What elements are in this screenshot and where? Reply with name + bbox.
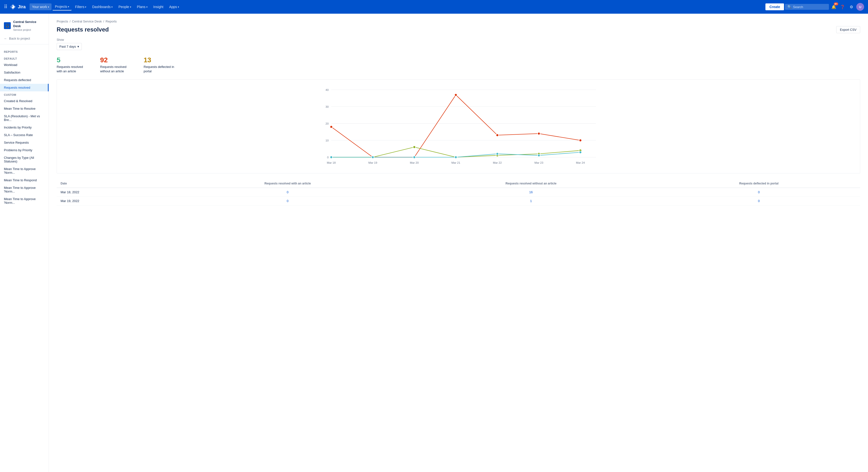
breadcrumb-reports: Reports (105, 20, 117, 23)
sidebar-item-created-resolved[interactable]: Created & Resolved (0, 97, 49, 105)
svg-text:Mar 18: Mar 18 (327, 161, 336, 164)
breadcrumb-separator: / (70, 20, 70, 23)
breadcrumb-separator-2: / (103, 20, 104, 23)
nav-apps[interactable]: Apps ▾ (167, 3, 182, 10)
sidebar-item-problems-priority[interactable]: Problems by Priority (0, 146, 49, 154)
avatar[interactable]: U (856, 3, 864, 11)
jira-logo[interactable]: Jira (9, 3, 26, 10)
svg-text:30: 30 (326, 105, 329, 108)
nav-filters[interactable]: Filters ▾ (72, 3, 89, 10)
cell-date-2: Mar 19, 2022 (57, 197, 171, 205)
chevron-down-icon: ▾ (48, 6, 49, 8)
chevron-down-icon: ▾ (78, 45, 79, 48)
stat-deflected-portal: 13 Requests deflected in portal (144, 56, 175, 73)
table-row: Mar 19, 2022 0 1 0 (57, 197, 860, 205)
sidebar-item-incidents-priority[interactable]: Incidents by Priority (0, 124, 49, 131)
notifications-button[interactable]: 🔔 9+ (830, 3, 838, 11)
sidebar-item-requests-resolved[interactable]: Requests resolved (0, 84, 49, 91)
grid-icon[interactable]: ⠿ (4, 4, 7, 10)
nav-dashboards[interactable]: Dashboards ▾ (90, 3, 115, 10)
settings-button[interactable]: ⚙ (847, 3, 855, 11)
main-content: Projects / Central Service Desk / Report… (49, 14, 868, 472)
stats-row: 5 Requests resolved with an article 92 R… (57, 56, 860, 73)
svg-point-26 (413, 146, 416, 149)
project-name: Central Service Desk (13, 20, 45, 28)
back-to-project-button[interactable]: ← Back to project (0, 35, 49, 42)
sidebar-item-mean-time-respond[interactable]: Mean Time to Respond (0, 176, 49, 184)
chart-container: 40 30 20 10 0 Mar 18 Mar 19 Mar 20 Mar 2… (57, 80, 860, 173)
chevron-down-icon: ▾ (178, 6, 179, 8)
col-resolved-with-article: Requests resolved with an article (171, 179, 404, 188)
page-header: Requests resolved Export CSV (57, 26, 860, 33)
cell-col1-2: 0 (171, 197, 404, 205)
stat-number-1: 5 (57, 56, 88, 64)
col-date: Date (57, 179, 171, 188)
svg-point-36 (537, 154, 540, 157)
time-filter-dropdown[interactable]: Past 7 days ▾ (57, 43, 82, 50)
export-csv-button[interactable]: Export CSV (836, 26, 860, 33)
sidebar-item-sla-success[interactable]: SLA – Success Rate (0, 131, 49, 139)
breadcrumb-central-service-desk[interactable]: Central Service Desk (72, 20, 102, 23)
svg-text:Mar 21: Mar 21 (451, 161, 460, 164)
svg-text:20: 20 (326, 122, 329, 125)
stat-resolved-with-article: 5 Requests resolved with an article (57, 56, 88, 73)
sidebar-item-mean-time-approve-1[interactable]: Mean Time to Approve 'Norm... (0, 165, 49, 176)
breadcrumb-projects[interactable]: Projects (57, 20, 68, 23)
create-button[interactable]: Create (766, 3, 784, 10)
col-resolved-without-article: Requests resolved without an article (404, 179, 658, 188)
table-row: Mar 18, 2022 0 16 0 (57, 188, 860, 197)
top-navigation: ⠿ Jira Your work ▾ Projects ▾ Filters ▾ … (0, 0, 868, 14)
back-icon: ← (4, 37, 7, 40)
default-section-header: DEFAULT (0, 55, 49, 61)
stat-number-2: 92 (100, 56, 132, 64)
chevron-down-icon: ▾ (130, 6, 131, 8)
sidebar-item-changes-type[interactable]: Changes by Type (All Statuses) (0, 154, 49, 165)
stat-label-2: Requests resolved without an article (100, 65, 132, 73)
svg-text:10: 10 (326, 139, 329, 142)
nav-projects[interactable]: Projects ▾ (53, 3, 72, 10)
project-type: Service project (13, 28, 45, 31)
sidebar-item-service-requests[interactable]: Service Requests (0, 139, 49, 146)
sidebar-project: 🎧 Central Service Desk Service project (0, 18, 49, 35)
svg-point-23 (579, 139, 582, 142)
cell-col2-1: 16 (404, 188, 658, 197)
show-label: Show (57, 38, 860, 41)
chevron-down-icon: ▾ (85, 6, 86, 8)
sidebar-item-workload[interactable]: Workload (0, 61, 49, 69)
svg-point-22 (537, 132, 540, 135)
line-chart: 40 30 20 10 0 Mar 18 Mar 19 Mar 20 Mar 2… (62, 85, 855, 168)
sidebar-item-satisfaction[interactable]: Satisfaction (0, 69, 49, 76)
sidebar-item-mean-time-approve-3[interactable]: Mean Time to Approve 'Norm... (0, 195, 49, 206)
cell-col1-1: 0 (171, 188, 404, 197)
cell-date-1: Mar 18, 2022 (57, 188, 171, 197)
help-button[interactable]: ❓ (839, 3, 846, 11)
show-filter: Show Past 7 days ▾ (57, 38, 860, 50)
nav-plans[interactable]: Plans ▾ (134, 3, 150, 10)
svg-point-21 (496, 134, 499, 137)
search-icon: 🔍 (787, 5, 792, 9)
sidebar-item-sla-resolution[interactable]: SLA (Resolution) - Met vs Bre... (0, 112, 49, 124)
svg-point-31 (330, 156, 333, 158)
svg-text:Mar 19: Mar 19 (368, 161, 377, 164)
nav-insight[interactable]: Insight (151, 3, 166, 10)
sidebar-item-mean-time-approve-2[interactable]: Mean Time to Approve 'Norm... (0, 184, 49, 195)
stat-label-3: Requests deflected in portal (144, 65, 175, 73)
svg-point-20 (455, 94, 457, 96)
stat-resolved-without-article: 92 Requests resolved without an article (100, 56, 132, 73)
cell-col2-2: 1 (404, 197, 658, 205)
sidebar-item-mean-time-resolve[interactable]: Mean Time to Resolve (0, 105, 49, 112)
sidebar: 🎧 Central Service Desk Service project ←… (0, 14, 49, 472)
sidebar-item-requests-deflected[interactable]: Requests deflected (0, 76, 49, 84)
project-icon: 🎧 (4, 22, 11, 29)
search-box[interactable]: 🔍 Search (785, 4, 829, 10)
stat-number-3: 13 (144, 56, 175, 64)
col-deflected-portal: Requests deflected in portal (657, 179, 860, 188)
svg-text:Mar 23: Mar 23 (534, 161, 543, 164)
svg-point-17 (330, 125, 333, 128)
svg-text:Mar 22: Mar 22 (493, 161, 502, 164)
nav-people[interactable]: People ▾ (116, 3, 133, 10)
cell-col3-1: 0 (657, 188, 860, 197)
page-title: Requests resolved (57, 26, 109, 33)
svg-text:Mar 24: Mar 24 (576, 161, 585, 164)
nav-your-work[interactable]: Your work ▾ (30, 3, 52, 10)
